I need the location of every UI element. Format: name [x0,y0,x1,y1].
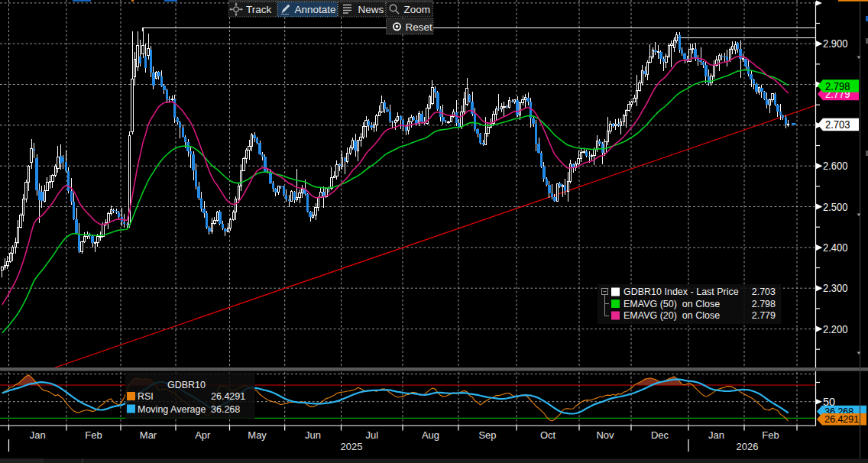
svg-text:2.703: 2.703 [752,287,776,297]
svg-text:2.200: 2.200 [823,323,848,335]
svg-text:RSI: RSI [138,391,154,402]
svg-text:Jun: Jun [305,429,321,441]
svg-text:Feb: Feb [85,429,102,441]
svg-text:GDBR10 Index - Last Price: GDBR10 Index - Last Price [623,287,739,297]
svg-text:Reset: Reset [406,21,433,33]
svg-text:Sep: Sep [478,429,496,441]
svg-text:2.900: 2.900 [823,37,848,50]
svg-text:26.4291: 26.4291 [824,413,859,425]
svg-text:2.300: 2.300 [823,282,848,294]
svg-text:Jan: Jan [708,429,724,441]
svg-text:36.268: 36.268 [211,404,240,415]
svg-text:2.798: 2.798 [752,299,776,309]
svg-text:Oct: Oct [540,429,556,441]
svg-text:Moving Average: Moving Average [138,404,206,415]
svg-text:Mar: Mar [140,429,157,441]
svg-text:26.4291: 26.4291 [211,391,245,402]
svg-text:2.703: 2.703 [825,118,850,131]
svg-text:Feb: Feb [762,429,779,441]
svg-text:2025: 2025 [341,441,363,452]
svg-text:Apr: Apr [195,429,211,441]
svg-text:2.600: 2.600 [823,160,848,172]
svg-text:2.798: 2.798 [825,80,850,92]
svg-text:2.779: 2.779 [752,310,776,321]
svg-text:News: News [358,4,384,15]
svg-text:2026: 2026 [737,441,759,452]
svg-text:Aug: Aug [422,429,439,441]
svg-text:GDBR10: GDBR10 [167,380,206,390]
svg-text:EMAVG (20) on Close: EMAVG (20) on Close [623,310,720,321]
svg-text:2.400: 2.400 [823,241,848,254]
svg-text:2.500: 2.500 [823,201,848,213]
svg-text:EMAVG (50) on Close: EMAVG (50) on Close [623,299,720,309]
svg-text:Jul: Jul [365,429,378,441]
svg-text:Jan: Jan [30,429,46,441]
svg-text:Nov: Nov [596,429,614,441]
svg-text:Track: Track [246,4,271,15]
svg-text:Zoom: Zoom [404,4,431,15]
svg-text:Annotate: Annotate [295,4,336,15]
svg-text:Dec: Dec [651,429,669,441]
svg-text:May: May [248,429,267,441]
